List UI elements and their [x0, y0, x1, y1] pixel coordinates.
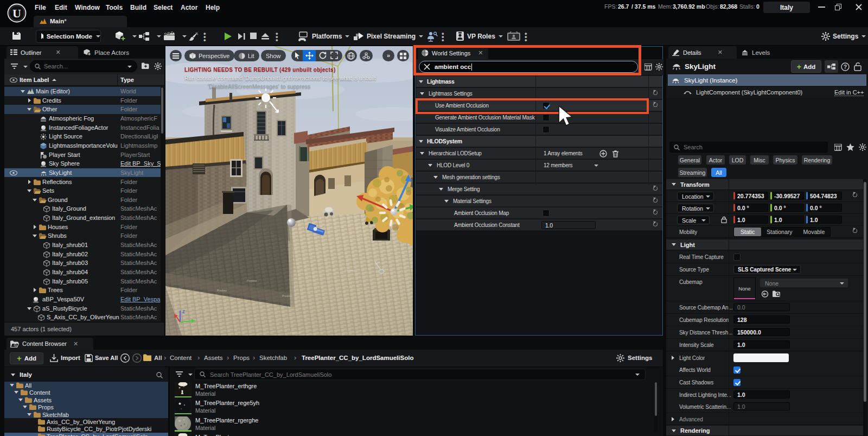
- svg-text:Preview: Preview: [247, 279, 257, 282]
- svg-text:Preview: Preview: [282, 294, 292, 298]
- svg-text:?: ?: [844, 64, 847, 70]
- svg-text:Preview: Preview: [290, 331, 300, 334]
- svg-text:Preview: Preview: [344, 269, 354, 272]
- svg-text:U: U: [12, 7, 21, 20]
- svg-text:Preview: Preview: [217, 289, 227, 292]
- svg-text:z: z: [182, 308, 185, 314]
